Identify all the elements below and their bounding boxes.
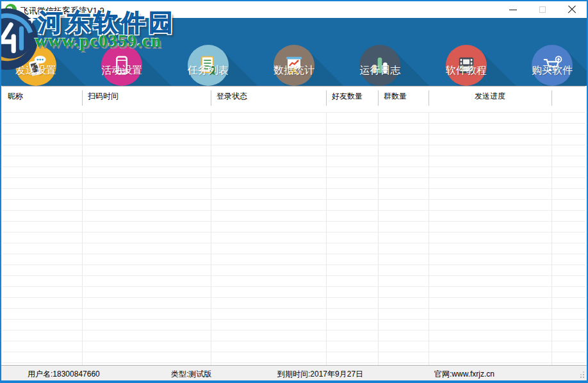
column-gridline (429, 113, 429, 365)
window-title: 飞讯微信拓客系统V1.9 (20, 5, 104, 17)
status-username: 用户名:18300847660 (28, 369, 100, 380)
toolbar-item-label: 数据统计 (251, 64, 337, 77)
toolbar-item-label: 运行日志 (337, 64, 423, 77)
status-website: 官网:www.fxrjz.cn (434, 369, 494, 380)
account-table: 昵称扫码时间登录状态好友数量群数量发送进度 (2, 86, 585, 365)
column-header[interactable]: 扫码时间 (82, 86, 211, 113)
maximize-button (528, 1, 557, 18)
toolbar: 发送设置 活动设置 任务列表 数据统计 运行日志 软件教程 购买软件 (1, 18, 587, 86)
maximize-icon (539, 6, 546, 13)
minimize-button[interactable] (498, 1, 528, 18)
toolbar-item-label: 软件教程 (423, 64, 509, 77)
table-header: 昵称扫码时间登录状态好友数量群数量发送进度 (2, 86, 585, 113)
minimize-icon (509, 10, 517, 10)
toolbar-item-cart-plus[interactable]: 购买软件 (509, 18, 587, 86)
column-gridline (378, 113, 379, 365)
statusbar: 用户名:18300847660类型:测试版到期时间:2017年9月27日官网:w… (1, 365, 587, 380)
header-separator (551, 90, 552, 106)
app-window: 飞讯微信拓客系统V1.9 发送设置 活动设置 任务列表 数据统计 运行日志 (0, 0, 588, 383)
window-controls (498, 1, 587, 18)
toolbar-item-film[interactable]: 软件教程 (423, 18, 509, 86)
toolbar-item-label: 发送设置 (1, 64, 79, 77)
toolbar-item-bar-chart[interactable]: 运行日志 (337, 18, 423, 86)
toolbar-item-label: 任务列表 (165, 64, 251, 77)
column-header[interactable]: 昵称 (2, 86, 82, 113)
table-body[interactable] (2, 113, 585, 365)
close-icon (568, 5, 576, 14)
column-gridline (211, 113, 211, 365)
column-gridline (551, 113, 552, 365)
toolbar-item-task-document[interactable]: 任务列表 (165, 18, 251, 86)
column-gridline (82, 113, 83, 365)
column-gridline (326, 113, 327, 365)
toolbar-item-label: 购买软件 (509, 64, 587, 77)
column-header[interactable]: 登录状态 (211, 86, 326, 113)
column-header[interactable]: 发送进度 (429, 86, 551, 113)
close-button[interactable] (557, 1, 587, 18)
column-header[interactable]: 群数量 (378, 86, 429, 113)
toolbar-item-label: 活动设置 (79, 64, 165, 77)
wechat-icon (5, 4, 17, 15)
status-license-type: 类型:测试版 (171, 369, 211, 380)
column-header[interactable]: 好友数量 (326, 86, 378, 113)
resize-grip-icon[interactable] (583, 377, 584, 378)
toolbar-item-smartphone[interactable]: 活动设置 (79, 18, 165, 86)
toolbar-item-chart-board[interactable]: 数据统计 (251, 18, 337, 86)
status-expiry-date: 到期时间:2017年9月27日 (277, 369, 363, 380)
titlebar[interactable]: 飞讯微信拓客系统V1.9 (1, 1, 587, 18)
toolbar-item-phone-message[interactable]: 发送设置 (1, 18, 79, 86)
